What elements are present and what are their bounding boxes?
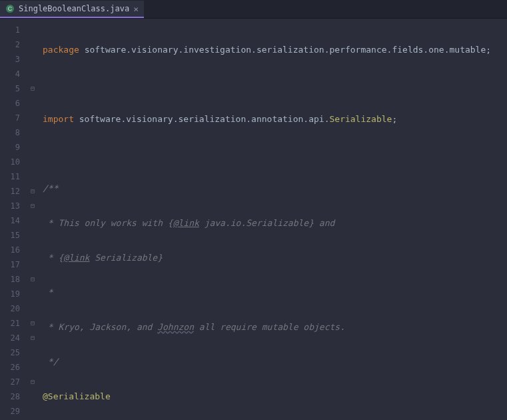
fold-marker (27, 360, 39, 375)
fold-marker (27, 404, 39, 419)
svg-text:C: C (8, 5, 13, 12)
fold-marker[interactable]: ⊟ (27, 316, 39, 331)
fold-gutter: ⊟⊟⊟⊟⊟⊟⊟ (27, 19, 39, 420)
fold-marker (27, 67, 39, 81)
line-number: 17 (0, 257, 27, 272)
line-number: 13 (0, 199, 27, 213)
code-line (39, 77, 507, 92)
fold-marker (27, 96, 39, 111)
fold-marker (27, 228, 39, 243)
code-line: * This only works with {@link java.io.Se… (39, 216, 507, 231)
code-area[interactable]: package software.visionary.investigation… (39, 19, 507, 420)
tab-filename: SingleBooleanClass.java (19, 4, 129, 13)
line-number: 6 (0, 96, 27, 111)
fold-marker (27, 23, 39, 37)
fold-marker[interactable]: ⊟ (27, 331, 39, 345)
line-number: 19 (0, 287, 27, 301)
code-line: * Kryo, Jackson, and Johnzon all require… (39, 320, 507, 335)
fold-marker[interactable]: ⊟ (27, 199, 39, 213)
fold-marker (27, 169, 39, 184)
line-number: 26 (0, 360, 27, 375)
line-number: 27 (0, 375, 27, 389)
line-number: 29 (0, 404, 27, 419)
fold-marker (27, 125, 39, 140)
line-number: 15 (0, 228, 27, 243)
java-class-icon: C (5, 4, 15, 13)
code-line: */ (39, 355, 507, 369)
line-number: 11 (0, 169, 27, 184)
line-number: 12 (0, 184, 27, 199)
line-number: 16 (0, 243, 27, 257)
line-number: 9 (0, 140, 27, 155)
code-line: package software.visionary.investigation… (39, 43, 507, 57)
code-line: import software.visionary.serialization.… (39, 112, 507, 127)
fold-marker (27, 243, 39, 257)
line-number: 1 (0, 23, 27, 37)
fold-marker (27, 155, 39, 169)
fold-marker (27, 389, 39, 404)
line-number: 5 (0, 81, 27, 96)
code-editor[interactable]: 1234567891011121314151617181920212425262… (0, 19, 507, 420)
line-number: 10 (0, 155, 27, 169)
line-number: 2 (0, 37, 27, 52)
fold-marker (27, 301, 39, 316)
code-line: /** (39, 181, 507, 196)
code-line: * {@link Serializable} (39, 251, 507, 265)
fold-marker (27, 257, 39, 272)
line-number: 20 (0, 301, 27, 316)
line-number: 14 (0, 213, 27, 228)
line-number: 18 (0, 272, 27, 287)
fold-marker (27, 140, 39, 155)
line-number: 4 (0, 67, 27, 81)
tab-bar: C SingleBooleanClass.java × (0, 0, 507, 19)
code-line: @Serializable (39, 389, 507, 404)
fold-marker[interactable]: ⊟ (27, 272, 39, 287)
fold-marker (27, 287, 39, 301)
line-number: 8 (0, 125, 27, 140)
file-tab[interactable]: C SingleBooleanClass.java × (0, 1, 144, 18)
fold-marker (27, 345, 39, 360)
line-number: 25 (0, 345, 27, 360)
line-number: 24 (0, 331, 27, 345)
line-number: 28 (0, 389, 27, 404)
line-number: 21 (0, 316, 27, 331)
line-number: 3 (0, 52, 27, 67)
fold-marker (27, 37, 39, 52)
line-number-gutter: 1234567891011121314151617181920212425262… (0, 19, 27, 420)
fold-marker[interactable]: ⊟ (27, 81, 39, 96)
fold-marker[interactable]: ⊟ (27, 375, 39, 389)
fold-marker (27, 52, 39, 67)
close-icon[interactable]: × (133, 4, 139, 14)
line-number: 7 (0, 111, 27, 125)
fold-marker (27, 213, 39, 228)
code-line (39, 147, 507, 161)
fold-marker (27, 111, 39, 125)
fold-marker[interactable]: ⊟ (27, 184, 39, 199)
code-line: * (39, 285, 507, 300)
